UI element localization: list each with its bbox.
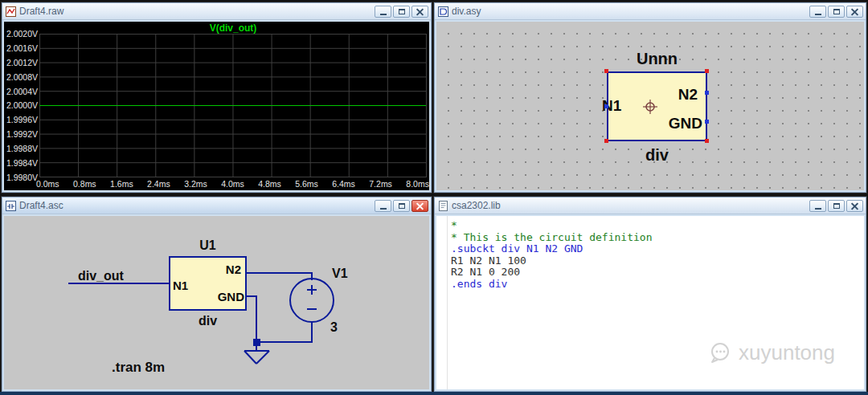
ground-symbol[interactable] xyxy=(242,344,272,367)
maximize-button[interactable] xyxy=(828,6,845,18)
library-file-icon xyxy=(437,200,448,211)
netlist-line: .subckt div N1 N2 GND xyxy=(451,243,864,255)
netlist-line: .ends div xyxy=(451,279,864,291)
minimize-button[interactable] xyxy=(375,6,391,18)
screen-bottom-edge xyxy=(0,392,868,395)
x-tick: 1.6ms xyxy=(110,179,133,189)
y-tick: 1.9996V xyxy=(6,116,38,124)
x-tick: 8.0ms xyxy=(406,179,429,189)
x-tick: 2.4ms xyxy=(147,179,170,189)
close-icon xyxy=(851,202,858,210)
symbol-designator-label[interactable]: Unnn xyxy=(607,50,707,68)
titlebar-waveform[interactable]: Draft4.raw xyxy=(2,3,431,20)
y-tick: 2.0004V xyxy=(6,88,38,96)
editor-margin-line xyxy=(447,216,448,389)
x-axis-labels: 0.0ms 0.8ms 1.6ms 2.4ms 3.2ms 4.0ms 4.8m… xyxy=(36,179,429,189)
u1-pin-n2-label: N2 xyxy=(169,263,241,276)
titlebar-schematic[interactable]: Draft4.asc xyxy=(2,198,431,214)
corner-handle[interactable] xyxy=(705,139,709,143)
window-waveform-viewer: Draft4.raw V(div_out) 2.0020V 2.0016V 2.… xyxy=(2,2,432,193)
close-icon xyxy=(416,202,424,210)
x-tick: 0.0ms xyxy=(36,179,59,189)
minimize-button[interactable] xyxy=(809,200,826,212)
wire-return[interactable] xyxy=(256,341,313,343)
y-tick: 2.0016V xyxy=(6,44,38,52)
minimize-button[interactable] xyxy=(809,6,826,18)
maximize-icon xyxy=(833,9,840,14)
chat-bubble-icon xyxy=(707,340,733,365)
window-symbol-editor: div.asy Unnn N1 N2 GND div xyxy=(434,2,866,193)
maximize-icon xyxy=(399,203,405,209)
symbol-canvas[interactable]: Unnn N1 N2 GND div xyxy=(436,22,864,190)
voltage-source-v1[interactable] xyxy=(288,276,336,324)
minimize-icon xyxy=(815,208,821,210)
titlebar-netlist[interactable]: csa2302.lib xyxy=(435,198,866,214)
minimize-button[interactable] xyxy=(375,200,391,212)
close-button[interactable] xyxy=(846,200,863,212)
net-label-div-out[interactable]: div_out xyxy=(78,269,124,283)
corner-handle[interactable] xyxy=(604,69,608,73)
maximize-button[interactable] xyxy=(393,200,410,212)
caption-buttons xyxy=(375,200,428,212)
wire-gnd-vertical[interactable] xyxy=(256,295,257,342)
schematic-file-icon xyxy=(5,200,16,211)
close-icon xyxy=(851,8,858,15)
watermark: xuyuntong xyxy=(707,340,835,365)
close-button[interactable] xyxy=(846,6,863,18)
symbol-name-label[interactable]: div xyxy=(607,146,707,165)
netlist-line: R2 N1 0 200 xyxy=(451,267,864,279)
window-title: div.asy xyxy=(452,6,806,17)
caption-buttons xyxy=(809,200,863,212)
corner-handle[interactable] xyxy=(604,139,608,143)
pin-handle-n2[interactable] xyxy=(705,91,709,95)
v1-value[interactable]: 3 xyxy=(330,320,338,335)
window-title: Draft4.raw xyxy=(19,6,371,17)
component-u1-symbol-name[interactable]: div xyxy=(169,314,247,328)
x-tick: 0.8ms xyxy=(73,179,96,189)
netlist-text-area[interactable]: * * This is the circuit definition .subc… xyxy=(436,216,864,389)
pin-handle-gnd[interactable] xyxy=(705,120,709,124)
maximize-icon xyxy=(833,203,840,209)
y-tick: 2.0020V xyxy=(6,30,38,38)
close-button[interactable] xyxy=(411,200,428,212)
corner-handle[interactable] xyxy=(705,69,709,73)
maximize-icon xyxy=(399,9,405,14)
wire-v1-bottom-stub[interactable] xyxy=(311,322,313,343)
titlebar-symbol[interactable]: div.asy xyxy=(435,3,866,20)
y-tick: 2.0000V xyxy=(6,101,38,109)
y-tick: 1.9984V xyxy=(6,159,38,167)
y-tick: 1.9988V xyxy=(6,145,38,153)
x-tick: 6.4ms xyxy=(332,179,355,189)
waveform-file-icon xyxy=(5,6,16,17)
wire-n2-to-v1[interactable] xyxy=(245,272,312,274)
caption-buttons xyxy=(809,6,863,18)
x-tick: 4.8ms xyxy=(258,179,281,189)
symbol-pin-gnd-label[interactable]: GND xyxy=(607,115,702,132)
schematic-canvas[interactable]: div_out U1 N1 N2 GND div V1 3 .tran 8m xyxy=(4,216,429,389)
x-tick: 7.2ms xyxy=(369,179,392,189)
pin-handle-n1[interactable] xyxy=(604,104,608,108)
y-tick: 2.0008V xyxy=(6,73,38,81)
maximize-button[interactable] xyxy=(393,6,410,18)
netlist-line: * This is the circuit definition xyxy=(451,232,864,244)
v1-designator[interactable]: V1 xyxy=(332,267,348,281)
maximize-button[interactable] xyxy=(828,200,845,212)
close-button[interactable] xyxy=(411,6,428,18)
spice-directive[interactable]: .tran 8m xyxy=(112,360,165,376)
trace-line xyxy=(39,105,426,106)
component-u1-designator[interactable]: U1 xyxy=(169,238,247,253)
window-schematic-editor: Draft4.asc div_out U1 N1 N2 GND div V xyxy=(2,197,432,392)
netlist-line: * xyxy=(451,220,864,232)
window-title: Draft4.asc xyxy=(19,200,371,211)
trace-legend-label[interactable]: V(div_out) xyxy=(39,22,427,34)
minimize-icon xyxy=(380,14,387,15)
x-tick: 3.2ms xyxy=(184,179,207,189)
caption-buttons xyxy=(375,6,428,18)
y-tick: 2.0012V xyxy=(6,59,38,67)
close-icon xyxy=(416,8,424,15)
y-tick: 1.9980V xyxy=(6,173,38,181)
waveform-canvas[interactable]: V(div_out) 2.0020V 2.0016V 2.0012V 2.000… xyxy=(4,22,429,190)
u1-pin-gnd-label: GND xyxy=(169,290,244,303)
x-tick: 5.6ms xyxy=(295,179,318,189)
x-tick: 4.0ms xyxy=(221,179,244,189)
